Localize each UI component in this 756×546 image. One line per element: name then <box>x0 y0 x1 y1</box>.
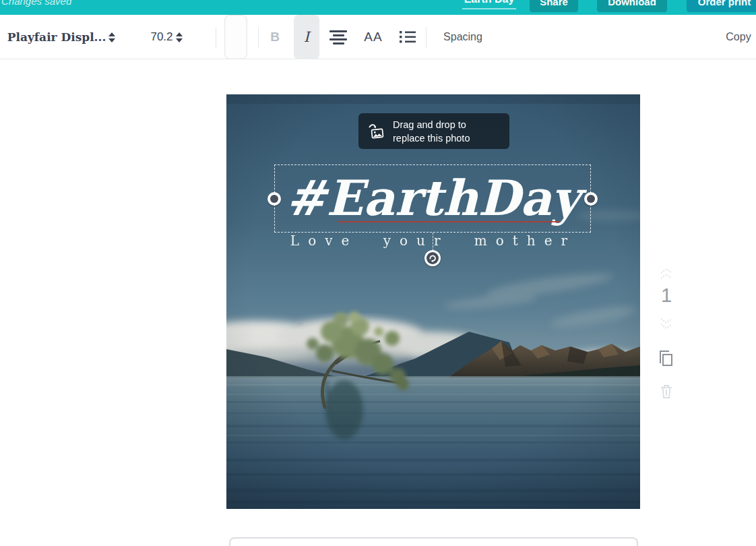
duplicate-icon <box>656 348 675 369</box>
trash-icon <box>659 384 674 400</box>
replace-photo-icon <box>367 122 385 141</box>
top-app-bar: Changes saved Earth Day Share Download O… <box>0 0 756 15</box>
rotate-handle[interactable] <box>424 250 441 266</box>
move-page-down-button[interactable] <box>658 317 675 330</box>
uppercase-button[interactable]: AA <box>360 15 387 59</box>
next-page-preview[interactable] <box>229 537 638 546</box>
canvas-area: Drag and drop to replace this photo #Ear… <box>0 59 756 546</box>
bold-button[interactable]: B <box>265 15 284 59</box>
toolbar-divider <box>216 27 216 49</box>
font-family-value: Playfair Displ... <box>7 30 106 44</box>
order-print-button[interactable]: Order print <box>687 0 756 12</box>
duplicate-page-button[interactable] <box>656 348 676 369</box>
headline-text[interactable]: #EarthDay <box>274 160 591 236</box>
subline-text[interactable]: Love your mother <box>226 233 640 249</box>
lake-tree-photo[interactable] <box>226 94 640 509</box>
text-color-swatch[interactable] <box>224 15 247 59</box>
font-size-select[interactable]: 70.2 <box>132 15 203 59</box>
font-family-select[interactable]: Playfair Displ... <box>9 15 116 59</box>
page-number: 1 <box>654 284 679 307</box>
document-title-underline <box>462 8 516 9</box>
tooltip-line-1: Drag and drop to <box>393 118 470 131</box>
font-size-stepper-icon[interactable] <box>173 30 185 45</box>
resize-handle-left[interactable] <box>267 192 281 206</box>
tooltip-line-2: replace this photo <box>393 131 470 145</box>
text-format-toolbar: Playfair Displ... 70.2 B I AA Spacing Co… <box>0 15 756 59</box>
download-button[interactable]: Download <box>597 0 667 12</box>
bullet-list-icon[interactable] <box>398 15 418 59</box>
rotate-icon <box>427 252 439 264</box>
share-button[interactable]: Share <box>530 0 578 12</box>
drag-drop-tooltip: Drag and drop to replace this photo <box>358 113 509 149</box>
italic-button[interactable]: I <box>294 15 319 59</box>
font-family-stepper-icon[interactable] <box>106 30 118 45</box>
move-page-up-button[interactable] <box>658 267 675 280</box>
toolbar-divider <box>426 27 427 49</box>
document-title[interactable]: Earth Day <box>462 0 516 5</box>
resize-handle-right[interactable] <box>584 192 598 206</box>
changes-saved-status: Changes saved <box>1 0 71 7</box>
spellcheck-underline <box>338 221 560 222</box>
copy-button[interactable]: Copy <box>723 15 754 59</box>
align-center-icon[interactable] <box>328 15 348 59</box>
font-size-value: 70.2 <box>150 30 172 44</box>
toolbar-divider <box>258 27 259 49</box>
delete-page-button[interactable] <box>658 383 674 400</box>
design-page[interactable]: Drag and drop to replace this photo #Ear… <box>226 94 640 509</box>
spacing-button[interactable]: Spacing <box>439 15 486 59</box>
